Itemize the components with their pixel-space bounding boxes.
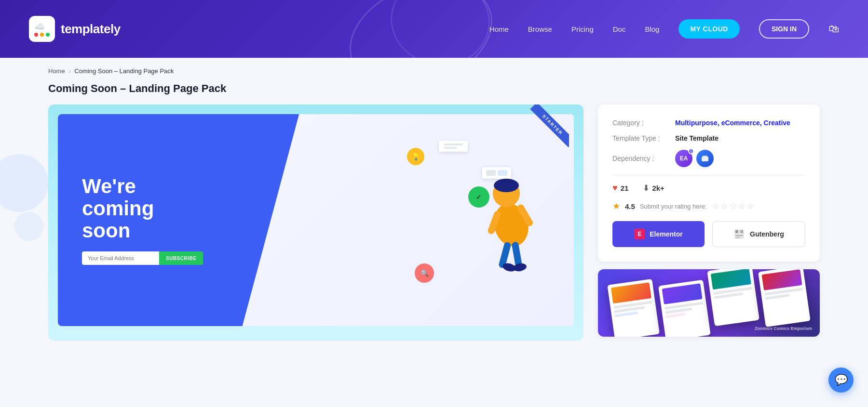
dependency-icons: EA i — [675, 150, 714, 167]
header: ☁️ templately Home Browse Pricing Doc Bl… — [0, 0, 868, 58]
thumb-mini-card-4 — [758, 269, 811, 327]
breadcrumb-area: Home › Coming Soon – Landing Page Pack — [0, 58, 868, 79]
main-nav: Home Browse Pricing Doc Blog MY CLOUD SI… — [489, 19, 839, 39]
sign-in-button[interactable]: SIGN IN — [759, 19, 809, 39]
main-content: STARTER We'recomingsoon SUBSCRIBE — [0, 105, 868, 360]
logo-text: templately — [61, 22, 121, 37]
starter-badge: STARTER — [530, 105, 569, 147]
dependency-row: Dependency : EA i — [612, 150, 805, 167]
svg-rect-14 — [735, 235, 743, 236]
cs-headline: We'recomingsoon — [82, 175, 318, 242]
float-search-icon: 🔍 — [415, 263, 434, 283]
heart-icon: ♥ — [612, 183, 618, 193]
star-1[interactable]: ☆ — [712, 201, 719, 211]
template-type-label: Template Type : — [612, 134, 675, 142]
svg-rect-15 — [735, 237, 740, 238]
cart-icon[interactable]: 🛍 — [828, 23, 839, 35]
thumb-overlay-text: Zoomics Comics Emporium — [755, 326, 812, 331]
preview-container: STARTER We'recomingsoon SUBSCRIBE — [48, 105, 583, 341]
svg-rect-10 — [703, 156, 707, 157]
nav-doc[interactable]: Doc — [613, 25, 626, 33]
page-title-area: Coming Soon – Landing Page Pack — [0, 79, 868, 105]
downloads-count: 2k+ — [652, 184, 664, 192]
gutenberg-label: Gutenberg — [750, 230, 784, 238]
logo-icon: ☁️ — [29, 16, 55, 42]
thumbnail-bg: Zoomics Comics Emporium — [598, 269, 820, 337]
rating-label: Submit your rating here: — [640, 203, 707, 210]
rating-star-filled: ★ — [612, 201, 620, 211]
badge-wrap: STARTER — [521, 105, 569, 153]
nav-blog[interactable]: Blog — [645, 25, 659, 33]
breadcrumb-current: Coming Soon – Landing Page Pack — [74, 67, 174, 75]
thumb-mini-card-3 — [707, 269, 760, 326]
elementor-icon: E — [634, 229, 645, 239]
svg-rect-9 — [702, 157, 708, 161]
gutenberg-icon — [733, 228, 745, 240]
stats-row: ♥ 21 ⬇ 2k+ — [612, 183, 805, 193]
divider — [612, 175, 805, 175]
dep-wpcloud-icon — [696, 150, 714, 167]
cs-email-input[interactable] — [82, 251, 159, 265]
coming-soon-preview: We'recomingsoon SUBSCRIBE — [58, 114, 574, 326]
float-ui-2 — [482, 167, 511, 179]
category-value: Multipurpose, eCommerce, Creative — [675, 119, 790, 127]
elementor-button[interactable]: E Elementor — [612, 221, 705, 247]
thumb-mini-card-1 — [607, 279, 660, 337]
likes-count: 21 — [621, 184, 629, 192]
dep-info-dot: i — [688, 148, 694, 154]
rating-value: 4.5 — [625, 202, 635, 210]
info-panel: Category : Multipurpose, eCommerce, Crea… — [598, 105, 820, 341]
nav-browse[interactable]: Browse — [528, 25, 552, 33]
info-card: Category : Multipurpose, eCommerce, Crea… — [598, 105, 820, 262]
cs-subscribe-button[interactable]: SUBSCRIBE — [159, 251, 203, 265]
nav-pricing[interactable]: Pricing — [571, 25, 594, 33]
star-4[interactable]: ☆ — [738, 201, 746, 211]
page-title: Coming Soon – Landing Page Pack — [48, 82, 820, 95]
cs-subscribe-row: SUBSCRIBE — [82, 251, 318, 265]
breadcrumb-separator: › — [69, 68, 71, 74]
rating-row: ★ 4.5 Submit your rating here: ☆ ☆ ☆ ☆ ☆ — [612, 201, 805, 211]
category-label: Category : — [612, 119, 675, 127]
action-buttons: E Elementor Gutenberg — [612, 221, 805, 247]
logo[interactable]: ☁️ templately — [29, 16, 121, 42]
svg-rect-13 — [740, 230, 743, 233]
thumb-mini-card-2 — [658, 280, 711, 337]
star-2[interactable]: ☆ — [720, 201, 728, 211]
float-bulb-icon: 💡 — [407, 148, 424, 165]
float-check-icon: ✓ — [468, 186, 489, 208]
svg-rect-12 — [735, 230, 738, 233]
download-icon: ⬇ — [643, 184, 649, 193]
thumbnail-card[interactable]: Zoomics Comics Emporium — [598, 269, 820, 337]
preview-panel: STARTER We'recomingsoon SUBSCRIBE — [48, 105, 583, 341]
breadcrumb: Home › Coming Soon – Landing Page Pack — [48, 67, 820, 75]
gutenberg-button[interactable]: Gutenberg — [712, 221, 805, 247]
elementor-label: Elementor — [650, 230, 682, 238]
rating-stars-empty[interactable]: ☆ ☆ ☆ ☆ ☆ — [712, 201, 754, 211]
dep-elementor-addon-icon: EA i — [675, 150, 692, 167]
downloads-stat: ⬇ 2k+ — [643, 184, 664, 193]
float-ui-1 — [439, 141, 468, 152]
svg-point-8 — [513, 263, 527, 273]
template-type-row: Template Type : Site Template — [612, 134, 805, 142]
my-cloud-button[interactable]: MY CLOUD — [678, 19, 739, 39]
dependency-label: Dependency : — [612, 155, 675, 162]
template-type-value: Site Template — [675, 134, 719, 142]
nav-home[interactable]: Home — [489, 25, 509, 33]
star-5[interactable]: ☆ — [746, 201, 754, 211]
breadcrumb-home[interactable]: Home — [48, 67, 65, 75]
deco-circle-small — [14, 212, 43, 241]
preview-inner: We'recomingsoon SUBSCRIBE — [58, 114, 574, 326]
likes-stat: ♥ 21 — [612, 183, 628, 193]
star-3[interactable]: ☆ — [729, 201, 737, 211]
category-row: Category : Multipurpose, eCommerce, Crea… — [612, 119, 805, 127]
svg-point-2 — [494, 179, 519, 192]
